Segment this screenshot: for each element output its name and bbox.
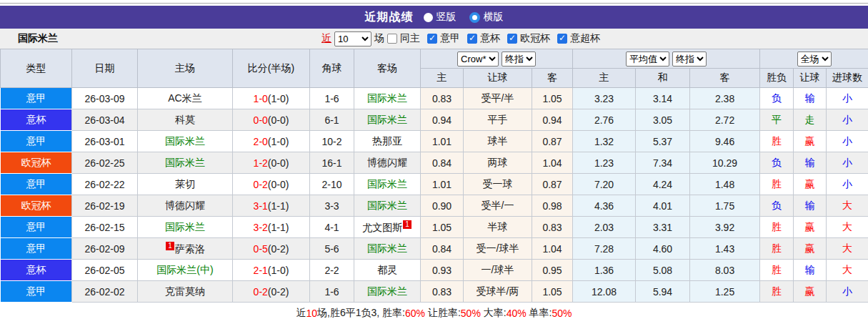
summary-count: 10 <box>306 308 318 319</box>
handicap-rate-value: 50% <box>461 308 481 319</box>
handicap-result-cell: 赢 <box>794 238 827 260</box>
sub-header-handicap: 让球 <box>464 69 532 88</box>
avg-home-cell: 7.20 <box>573 174 636 195</box>
radio-horizontal-layout[interactable]: 横版 <box>469 11 504 24</box>
handicap-cell: 平手 <box>464 109 532 131</box>
goals-result-cell: 小 <box>827 174 868 195</box>
corner-cell: 1-6 <box>310 281 354 303</box>
results-table: 类型 日期 主场 比分(半场) 角球 客场 Crow* 终指 平均值 终指 全场… <box>0 49 868 303</box>
average-select[interactable]: 平均值 <box>626 51 669 67</box>
handicap-result-cell: 赢 <box>794 174 827 195</box>
type-badge: 意杯 <box>1 260 72 281</box>
avg-home-cell: 3.23 <box>573 88 636 109</box>
avg-away-cell: 1.48 <box>690 174 760 195</box>
date-cell: 26-02-19 <box>72 195 138 217</box>
avg-home-cell: 2.76 <box>573 109 636 131</box>
date-cell: 26-02-15 <box>72 217 138 238</box>
score-cell: 1-2(0-0) <box>233 152 310 174</box>
avg-draw-cell: 5.94 <box>636 281 690 303</box>
radio-unselected-icon[interactable] <box>424 13 433 22</box>
serie-a-checkbox[interactable] <box>427 34 437 44</box>
score-cell: 2-0(1-0) <box>233 131 310 152</box>
home-team-cell: 科莫 <box>138 109 233 131</box>
avg-home-cell: 1.36 <box>573 260 636 281</box>
odds-away-cell: 1.05 <box>532 281 573 303</box>
over-rate-value: 40% <box>507 308 527 319</box>
table-row: 欧冠杯 26-02-19 博德闪耀 3-1(1-1) 3-3 国际米兰 0.90… <box>1 195 868 217</box>
fulltime-select[interactable]: 全场 <box>797 51 832 67</box>
home-team-cell: 1萨索洛 <box>138 238 233 260</box>
champions-league-checkbox[interactable] <box>507 34 517 44</box>
odds-away-cell: 0.94 <box>532 109 573 131</box>
date-cell: 26-02-09 <box>72 238 138 260</box>
result-cell: 胜 <box>760 281 794 303</box>
type-badge: 意甲 <box>1 281 72 303</box>
result-cell: 胜 <box>760 217 794 238</box>
corner-cell: 16-1 <box>310 152 354 174</box>
home-team-cell: 国际米兰 <box>138 131 233 152</box>
summary-text: 单率: <box>527 307 552 320</box>
final-odds-select-1[interactable]: 终指 <box>502 51 536 67</box>
table-row: 意甲 26-03-01 国际米兰 2-0(1-0) 10-2 热那亚 1.01 … <box>1 131 868 152</box>
same-home-checkbox[interactable] <box>387 34 397 44</box>
radio-horizontal-label: 横版 <box>484 11 504 24</box>
corner-cell: 2-2 <box>310 260 354 281</box>
team-name: 国际米兰 <box>0 32 58 45</box>
avg-away-cell: 1.25 <box>690 281 760 303</box>
coppa-italia-checkbox[interactable] <box>467 34 477 44</box>
score-cell: 3-2(1-1) <box>233 217 310 238</box>
away-team-cell: 国际米兰 <box>354 238 421 260</box>
date-cell: 26-02-22 <box>72 174 138 195</box>
type-badge: 意杯 <box>1 109 72 131</box>
result-cell: 负 <box>760 152 794 174</box>
bookmaker-select[interactable]: Crow* <box>457 51 499 67</box>
home-team-cell: 莱切 <box>138 174 233 195</box>
summary-text: 大率: <box>481 307 507 320</box>
away-team-cell: 国际米兰 <box>354 195 421 217</box>
match-count-select[interactable]: 10 <box>334 31 371 46</box>
goals-result-cell: 小 <box>827 152 868 174</box>
away-team-cell: 热那亚 <box>354 131 421 152</box>
sub-header-avg-home: 主 <box>573 69 636 88</box>
radio-selected-icon[interactable] <box>469 12 480 23</box>
summary-text: 场,胜6平1负3, 胜率: <box>317 307 405 320</box>
date-cell: 26-03-04 <box>72 109 138 131</box>
table-row: 意甲 26-02-15 国际米兰 3-2(1-1) 4-1 尤文图斯1 1.05… <box>1 217 868 238</box>
coppa-italia-label: 意杯 <box>480 32 500 45</box>
near-link[interactable]: 近 <box>321 32 331 45</box>
handicap-cell: 一/球半 <box>464 260 532 281</box>
odds-away-cell: 1.05 <box>532 88 573 109</box>
corner-cell: 1-6 <box>310 88 354 109</box>
odds-home-cell: 0.84 <box>421 152 464 174</box>
fulltime-dropdown-cell: 全场 <box>760 49 868 69</box>
col-header-score: 比分(半场) <box>233 49 310 88</box>
handicap-result-cell: 赢 <box>794 281 827 303</box>
home-team-cell: 国际米兰 <box>138 152 233 174</box>
radio-vertical-label: 竖版 <box>437 11 457 24</box>
col-header-away: 客场 <box>354 49 421 88</box>
result-cell: 负 <box>760 88 794 109</box>
serie-a-label: 意甲 <box>440 32 460 45</box>
avg-away-cell: 2.38 <box>690 88 760 109</box>
type-badge: 意甲 <box>1 238 72 260</box>
odds-away-cell: 1.04 <box>532 152 573 174</box>
super-cup-checkbox[interactable] <box>557 34 567 44</box>
type-badge: 欧冠杯 <box>1 152 72 174</box>
score-cell: 0-0(0-0) <box>233 109 310 131</box>
final-odds-select-2[interactable]: 终指 <box>672 51 707 67</box>
radio-vertical-layout[interactable]: 竖版 <box>424 11 457 24</box>
avg-away-cell: 9.46 <box>690 131 760 152</box>
score-cell: 3-1(1-1) <box>233 195 310 217</box>
away-team-cell: 国际米兰 <box>354 88 421 109</box>
same-home-label: 同主 <box>400 32 420 45</box>
type-badge: 意甲 <box>1 174 72 195</box>
result-cell: 胜 <box>760 238 794 260</box>
summary-footer: 近10场,胜6平1负3, 胜率:60% 让胜率:50% 大率:40% 单率:50… <box>0 303 868 323</box>
avg-draw-cell: 3.31 <box>636 217 690 238</box>
handicap-cell: 受平/半 <box>464 88 532 109</box>
sub-header-avg-away: 客 <box>690 69 760 88</box>
away-team-cell: 都灵 <box>354 260 421 281</box>
avg-away-cell: 1.43 <box>690 238 760 260</box>
col-header-date: 日期 <box>72 49 138 88</box>
avg-away-cell: 10.29 <box>690 152 760 174</box>
